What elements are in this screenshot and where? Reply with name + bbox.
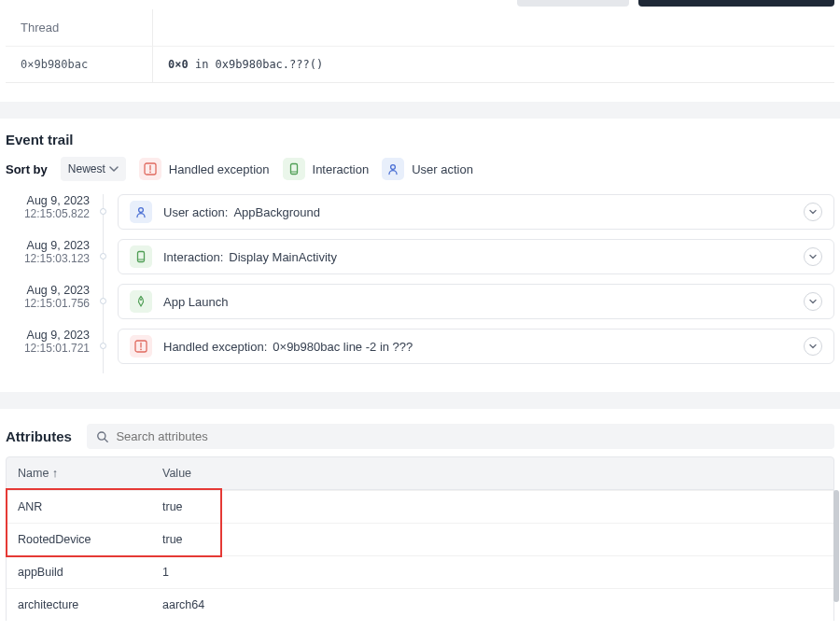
event-label: Handled exception: <box>163 340 267 354</box>
event-row[interactable]: Interaction: Display MainActivity <box>118 239 834 274</box>
legend-handled-label: Handled exception <box>169 162 270 176</box>
attr-value: 1 <box>151 556 833 588</box>
legend-handled: Handled exception <box>139 158 270 180</box>
svg-point-9 <box>140 299 142 301</box>
svg-point-2 <box>149 171 151 173</box>
table-row: RootedDevice true <box>7 523 833 555</box>
event-time: 12:15:05.822 <box>6 207 90 220</box>
svg-rect-3 <box>290 164 297 175</box>
event-date: Aug 9, 2023 <box>6 239 90 252</box>
chevron-down-icon <box>109 164 119 174</box>
event-value: 0×9b980bac line -2 in ??? <box>273 340 413 354</box>
event-label: App Launch <box>163 295 228 309</box>
handled-exception-icon <box>130 335 152 358</box>
table-row: appBuild 1 <box>7 555 833 588</box>
attr-name: architecture <box>7 589 151 621</box>
thread-address: 0×9b980bac <box>6 46 153 82</box>
legend-interaction: Interaction <box>283 158 370 180</box>
thread-table: Thread 0×9b980bac 0×0 in 0x9b980bac.???(… <box>6 9 834 83</box>
attr-value: true <box>151 491 833 523</box>
event-date: Aug 9, 2023 <box>6 329 90 342</box>
launch-icon <box>130 290 152 313</box>
legend-interaction-label: Interaction <box>313 162 370 176</box>
thread-value-mid: in <box>189 58 216 71</box>
column-header-name[interactable]: Name ↑ <box>7 457 151 489</box>
expand-button[interactable] <box>804 337 822 356</box>
attr-name: ANR <box>7 491 151 523</box>
event-date: Aug 9, 2023 <box>6 194 90 207</box>
interaction-icon <box>130 245 152 268</box>
user-action-icon <box>130 201 152 223</box>
expand-button[interactable] <box>804 292 822 311</box>
primary-button[interactable] <box>638 0 834 7</box>
svg-point-12 <box>140 348 142 350</box>
thread-value-tail: 0x9b980bac.???() <box>216 58 324 71</box>
event-row[interactable]: Handled exception: 0×9b980bac line -2 in… <box>118 329 834 364</box>
search-attributes[interactable] <box>87 424 834 449</box>
event-row[interactable]: App Launch <box>118 284 834 319</box>
table-row: architecture aarch64 <box>7 588 833 621</box>
table-row: ANR true <box>7 490 833 523</box>
attr-name: appBuild <box>7 556 151 588</box>
legend-user-label: User action <box>412 162 473 176</box>
search-input[interactable] <box>116 429 825 443</box>
expand-button[interactable] <box>804 247 822 266</box>
scrollbar[interactable] <box>833 490 839 602</box>
event-time: 12:15:01.756 <box>6 297 90 310</box>
event-time: 12:15:03.123 <box>6 252 90 265</box>
column-header-value[interactable]: Value <box>151 457 833 489</box>
event-label: Interaction: <box>163 250 223 264</box>
event-date: Aug 9, 2023 <box>6 284 90 297</box>
event-time: 12:15:01.721 <box>6 342 90 355</box>
legend-user: User action <box>382 158 473 180</box>
svg-line-14 <box>105 439 107 442</box>
attributes-title: Attributes <box>6 428 72 444</box>
event-trail-title: Event trail <box>6 119 834 157</box>
attr-value: aarch64 <box>151 589 833 621</box>
svg-rect-7 <box>138 252 145 262</box>
thread-header-label: Thread <box>6 9 153 46</box>
handled-exception-icon <box>139 158 161 180</box>
svg-point-5 <box>391 165 396 170</box>
sort-dropdown[interactable]: Newest <box>61 157 126 181</box>
event-row[interactable]: User action: AppBackground <box>118 194 834 230</box>
secondary-button[interactable] <box>517 0 629 7</box>
event-value: AppBackground <box>233 205 320 219</box>
sort-value: Newest <box>68 162 105 175</box>
svg-point-6 <box>139 208 144 213</box>
thread-value: 0×0 in 0x9b980bac.???() <box>153 46 834 82</box>
search-icon <box>96 430 109 443</box>
user-action-icon <box>382 158 404 180</box>
thread-value-head: 0×0 <box>168 58 189 71</box>
attr-name: RootedDevice <box>7 524 151 555</box>
attr-value: true <box>151 524 833 555</box>
attributes-table: Name ↑ Value ANR true RootedDevice true … <box>6 456 834 621</box>
thread-header-value <box>153 9 834 46</box>
sort-by-label: Sort by <box>6 162 48 176</box>
interaction-icon <box>283 158 305 180</box>
expand-button[interactable] <box>804 203 822 221</box>
event-value: Display MainActivity <box>229 250 337 264</box>
event-label: User action: <box>163 205 228 219</box>
